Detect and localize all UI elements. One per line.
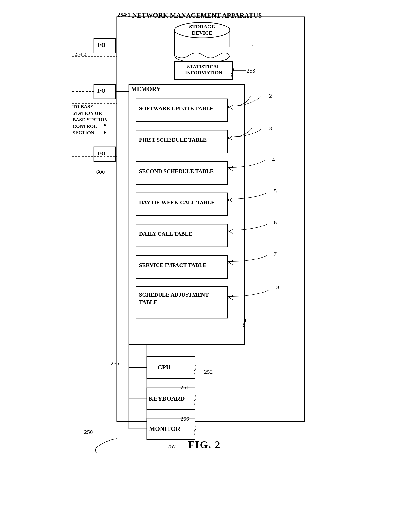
keyboard-label: KEYBOARD xyxy=(149,395,185,402)
first-schedule-table-label: FIRST SCHEDULE TABLE xyxy=(139,137,207,143)
ref-255: 255 xyxy=(111,360,119,367)
ref-7: 7 xyxy=(274,251,277,257)
ref-2: 2 xyxy=(269,93,272,99)
apparatus-title: NETWORK MANAGEMENT APPARATUS xyxy=(132,11,262,19)
ref-5: 5 xyxy=(274,188,277,194)
svg-rect-5 xyxy=(175,47,230,56)
ref-1: 1 xyxy=(252,43,254,50)
ref-4: 4 xyxy=(272,157,275,163)
second-schedule-table-label: SECOND SCHEDULE TABLE xyxy=(139,168,214,174)
memory-label: MEMORY xyxy=(131,86,161,93)
ref-251: 251 xyxy=(181,384,189,391)
ref-8: 8 xyxy=(276,284,279,291)
schedule-adjustment-table-label: SCHEDULE ADJUSTMENTTABLE xyxy=(139,291,209,306)
ref-256: 256 xyxy=(181,416,189,422)
io-1-label: I/O xyxy=(98,42,106,48)
storage-device-label: STORAGE DEVICE xyxy=(182,24,223,36)
ref-257: 257 xyxy=(167,443,176,450)
ref-6: 6 xyxy=(274,219,277,226)
ref-252: 252 xyxy=(204,369,213,375)
software-update-table-label: SOFTWARE UPDATE TABLE xyxy=(139,105,214,112)
ref-3: 3 xyxy=(269,125,272,132)
statistical-info-label: STATISTICAL INFORMATION xyxy=(177,64,231,76)
daily-call-table-label: DAILY CALL TABLE xyxy=(139,231,192,237)
svg-rect-38 xyxy=(147,357,195,378)
ref-254-2: 254·2 xyxy=(75,51,87,57)
ref-250: 250 xyxy=(84,429,93,435)
service-impact-table-label: SERVICE IMPACT TABLE xyxy=(139,262,207,268)
day-of-week-call-table-label: DAY-OF-WEEK CALL TABLE xyxy=(139,200,215,206)
monitor-label: MONITOR xyxy=(149,425,181,432)
io-3-label: I/O xyxy=(98,150,106,157)
ref-253: 253 xyxy=(247,67,255,74)
io-2-label: I/O xyxy=(98,87,106,94)
cpu-label: CPU xyxy=(158,364,170,371)
figure-label: FIG. 2 xyxy=(188,439,221,451)
svg-point-4 xyxy=(174,48,230,63)
base-station-label: TO BASESTATION ORBASE-STATIONCONTROLSECT… xyxy=(73,104,114,136)
apparatus-ref-label: 254·1 xyxy=(118,11,130,18)
ref-600: 600 xyxy=(96,169,105,175)
